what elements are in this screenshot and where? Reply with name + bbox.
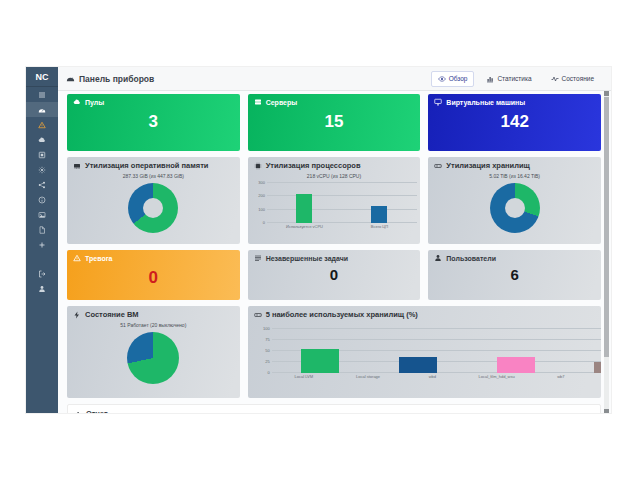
bars-group	[267, 183, 417, 223]
donut-hole	[505, 198, 525, 218]
sidebar-item-signout[interactable]	[26, 266, 58, 281]
bar-wbd	[497, 357, 535, 373]
x-axis-label: Local_film_hdd_wsu	[464, 374, 528, 379]
vms-label: Виртуальные машины	[446, 99, 525, 106]
x-axis-label: Используется vCPU	[267, 224, 342, 229]
bar-chart-icon	[74, 410, 82, 414]
pulse-icon	[551, 75, 559, 83]
sidebar-item-pools[interactable]	[26, 132, 58, 147]
y-axis-tick: 300	[253, 180, 265, 185]
vm-state-card: Состояние ВМ 51 Работает (20 выключено)	[67, 306, 240, 398]
alarm-stat-card[interactable]: Тревога 0	[67, 250, 240, 300]
x-axis-label: Local LVM	[272, 374, 336, 379]
list-icon	[254, 254, 262, 262]
servers-stat-card[interactable]: Серверы 15	[248, 94, 421, 151]
sidebar-item-alarms[interactable]	[26, 117, 58, 132]
cpu-icon	[254, 162, 262, 170]
cpu-subtitle: 218 vCPU (из 128 CPU)	[248, 173, 421, 179]
y-axis-tick: 0	[258, 370, 270, 375]
cloud-icon	[73, 98, 81, 106]
bolt-icon	[73, 311, 81, 319]
sidebar-item-settings[interactable]	[26, 162, 58, 177]
sidebar: NC	[26, 67, 58, 413]
top5-axis-labels: Local LVMLocal storagewbdLocal_film_hdd_…	[272, 374, 593, 379]
ram-title: Утилизация оперативной памяти	[85, 161, 208, 170]
sidebar-item-info[interactable]	[26, 192, 58, 207]
storage-utilization-card: Утилизация хранилищ 5.02 TiB (из 16.42 T…	[428, 157, 601, 244]
dashboard-gauge-icon	[38, 106, 46, 114]
users-value: 6	[428, 266, 601, 283]
pools-value: 3	[67, 112, 240, 132]
pools-stat-card[interactable]: Пулы 3	[67, 94, 240, 151]
report-title: Отчет	[86, 409, 108, 413]
vms-stat-card[interactable]: Виртуальные машины 142	[428, 94, 601, 151]
users-label: Пользователи	[446, 255, 496, 262]
app-window: NC Панель приборов Обзор	[25, 66, 612, 414]
user-icon	[38, 285, 46, 293]
donut-hole	[143, 198, 163, 218]
storage-subtitle: 5.02 TiB (из 16.42 TiB)	[428, 173, 601, 179]
nav-statistics-button[interactable]: Статистика	[479, 71, 538, 87]
appliance-icon	[38, 151, 46, 159]
servers-value: 15	[248, 112, 421, 132]
user-icon	[434, 254, 442, 262]
vertical-scrollbar[interactable]	[604, 91, 609, 413]
x-axis-label: wbd	[400, 374, 464, 379]
scroll-down-button[interactable]	[604, 409, 609, 413]
vm-state-subtitle: 51 Работает (20 выключено)	[67, 322, 240, 328]
y-axis-tick: 75	[258, 337, 270, 342]
warning-icon	[38, 121, 46, 129]
app-logo: NC	[26, 67, 58, 87]
sidebar-item-images[interactable]	[26, 207, 58, 222]
top5-plot-area: 0255075100	[272, 329, 601, 373]
scroll-up-button[interactable]	[604, 91, 609, 96]
page-title: Панель приборов	[66, 74, 154, 84]
page-title-label: Панель приборов	[79, 74, 154, 84]
top5-bar-chart: 0255075100 Local LVMLocal storagewbdLoca…	[256, 329, 593, 379]
top-nav: Обзор Статистика Состояние	[431, 71, 601, 87]
bar-column	[272, 329, 370, 373]
plus-icon	[38, 241, 46, 249]
storage-title: Утилизация хранилищ	[446, 161, 530, 170]
sidebar-item-network[interactable]	[26, 177, 58, 192]
y-axis-tick: 200	[253, 193, 265, 198]
ram-subtitle: 287.33 GiB (из 447.83 GiB)	[67, 173, 240, 179]
alarm-value: 0	[67, 268, 240, 288]
scrollbar-thumb[interactable]	[604, 97, 609, 357]
template-file-icon	[38, 226, 46, 234]
sidebar-item-servers[interactable]	[26, 147, 58, 162]
top-bar: Панель приборов Обзор Статистика Состоян…	[58, 67, 611, 91]
nav-overview-label: Обзор	[449, 75, 468, 82]
nav-state-label: Состояние	[562, 75, 594, 82]
vm-state-title: Состояние ВМ	[85, 310, 139, 319]
bar-Всего ЦП	[371, 206, 387, 223]
sidebar-item-dashboard[interactable]	[26, 102, 58, 117]
vms-value: 142	[428, 112, 601, 132]
x-axis-label: Всего ЦП	[342, 224, 417, 229]
y-axis-tick: 25	[258, 359, 270, 364]
sidebar-item-templates[interactable]	[26, 222, 58, 237]
sidebar-item-add[interactable]	[26, 237, 58, 252]
cpu-title: Утилизация процессоров	[266, 161, 361, 170]
server-icon	[254, 98, 262, 106]
cpu-axis-labels: Используется vCPUВсего ЦП	[267, 224, 417, 229]
settings-gear-icon	[38, 166, 46, 174]
sidebar-item-user[interactable]	[26, 281, 58, 296]
pools-label: Пулы	[85, 99, 104, 106]
y-axis-tick: 100	[258, 326, 270, 331]
bar-column	[564, 329, 601, 373]
bar-Local LVM	[301, 349, 339, 373]
sidebar-item-menu[interactable]	[26, 87, 58, 102]
nav-overview-button[interactable]: Обзор	[431, 71, 475, 87]
users-stat-card[interactable]: Пользователи 6	[428, 250, 601, 300]
nav-state-button[interactable]: Состояние	[544, 71, 601, 87]
warning-icon	[73, 254, 81, 262]
tasks-label: Незавершенные задачи	[266, 255, 348, 262]
x-axis-label: Local storage	[336, 374, 400, 379]
nav-statistics-label: Статистика	[497, 75, 531, 82]
vm-state-pie-chart	[127, 332, 179, 384]
ram-utilization-card: Утилизация оперативной памяти 287.33 GiB…	[67, 157, 240, 244]
cpu-utilization-card: Утилизация процессоров 218 vCPU (из 128 …	[248, 157, 421, 244]
tasks-stat-card[interactable]: Незавершенные задачи 0	[248, 250, 421, 300]
dashboard-gauge-icon	[66, 74, 75, 83]
